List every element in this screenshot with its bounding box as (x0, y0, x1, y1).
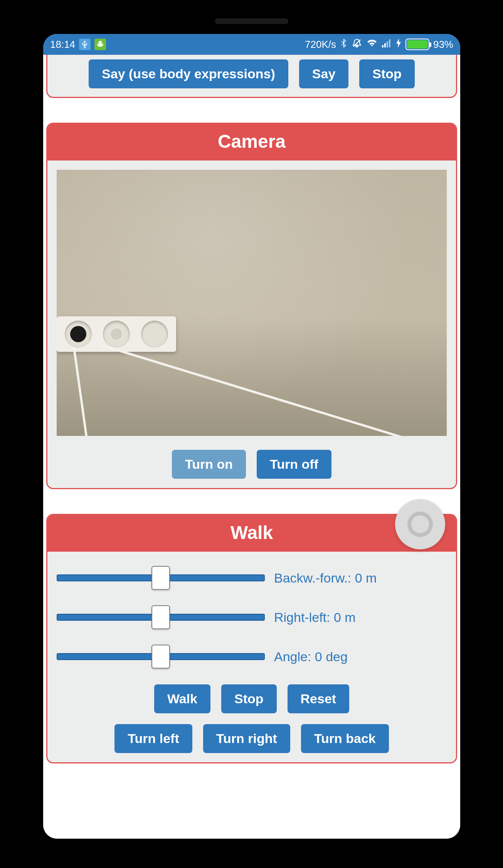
walk-sliders: Backw.-forw.: 0 m Right-left: 0 m (57, 561, 447, 684)
turn-right-button[interactable]: Turn right (203, 724, 290, 753)
svg-rect-2 (384, 43, 386, 47)
svg-rect-3 (387, 41, 388, 47)
camera-button-row: Turn on Turn off (57, 450, 447, 479)
say-button[interactable]: Say (299, 59, 349, 88)
walk-button-row-1: Walk Stop Reset (57, 684, 447, 713)
slider-bf-label: Backw.-forw.: 0 m (274, 571, 377, 586)
slider-right-left-row: Right-left: 0 m (57, 608, 447, 627)
turn-back-button[interactable]: Turn back (301, 724, 389, 753)
camera-feed (57, 170, 447, 436)
turn-on-button[interactable]: Turn on (172, 450, 246, 479)
walk-card-title: Walk (47, 515, 456, 552)
floating-action-button[interactable] (395, 499, 445, 549)
say-body-button[interactable]: Say (use body expressions) (89, 59, 288, 88)
status-time: 18:14 (50, 39, 75, 51)
bluetooth-icon (340, 38, 348, 51)
slider-backward-forward[interactable] (57, 569, 265, 587)
slider-right-left[interactable] (57, 608, 265, 627)
android-icon (94, 39, 106, 50)
status-right: 720K/s 93% (305, 38, 453, 51)
walk-button-row-2: Turn left Turn right Turn back (57, 724, 447, 753)
charging-icon (395, 38, 402, 51)
mute-icon (352, 38, 362, 51)
battery-icon (405, 39, 429, 50)
camera-card: Camera Turn on Turn off (46, 123, 457, 489)
svg-rect-1 (382, 45, 384, 47)
slider-angle[interactable] (57, 647, 265, 666)
stop-walk-button[interactable]: Stop (221, 684, 277, 713)
speech-button-row: Say (use body expressions) Say Stop (57, 59, 447, 88)
usb-icon (79, 39, 91, 50)
wifi-icon (366, 39, 378, 51)
walk-button[interactable]: Walk (154, 684, 210, 713)
stop-speech-button[interactable]: Stop (359, 59, 415, 88)
speech-card: Say (use body expressions) Say Stop (46, 55, 457, 98)
slider-backward-forward-row: Backw.-forw.: 0 m (57, 569, 447, 587)
slider-rl-label: Right-left: 0 m (274, 610, 356, 625)
phone-frame: 18:14 720K/s (43, 34, 460, 839)
slider-angle-row: Angle: 0 deg (57, 647, 447, 666)
status-battery-pct: 93% (433, 39, 453, 51)
turn-off-button[interactable]: Turn off (257, 450, 331, 479)
app-content: Say (use body expressions) Say Stop Came… (43, 55, 460, 839)
signal-icon (382, 39, 392, 51)
svg-rect-4 (389, 39, 390, 47)
camera-card-title: Camera (47, 124, 456, 160)
status-left: 18:14 (50, 39, 106, 51)
reset-button[interactable]: Reset (288, 684, 350, 713)
walk-card: Walk Backw.-forw.: 0 m (46, 514, 457, 763)
turn-left-button[interactable]: Turn left (114, 724, 192, 753)
circle-icon (407, 512, 433, 537)
status-netspeed: 720K/s (305, 39, 336, 51)
phone-speaker (215, 19, 288, 24)
slider-angle-label: Angle: 0 deg (274, 649, 348, 664)
status-bar: 18:14 720K/s (43, 34, 460, 55)
